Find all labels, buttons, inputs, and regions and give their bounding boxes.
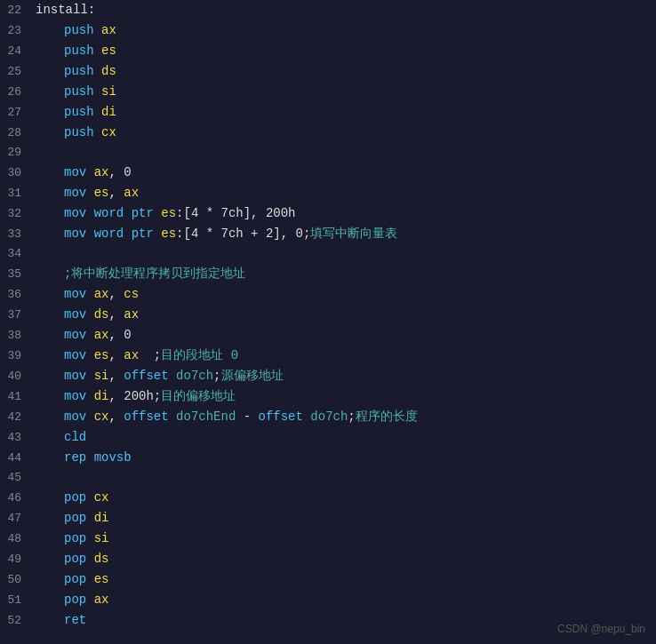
- watermark: CSDN @nepu_bin: [557, 623, 645, 635]
- code-content: mov es, ax ;目的段地址 0: [36, 346, 649, 365]
- line-number: 36: [0, 285, 36, 305]
- table-row: 41mov di, 200h;目的偏移地址: [0, 386, 656, 407]
- code-content: pop ax: [36, 590, 649, 609]
- line-number: 44: [0, 449, 36, 468]
- line-number: 50: [0, 570, 36, 590]
- code-content: mov cx, offset do7chEnd - offset do7ch;程…: [36, 407, 649, 426]
- table-row: 49pop ds: [0, 549, 656, 569]
- table-row: 25push ds: [0, 61, 656, 82]
- table-row: 48pop si: [0, 529, 656, 549]
- code-content: install:: [36, 0, 649, 20]
- table-row: 45: [0, 468, 656, 488]
- code-content: mov ax, 0: [36, 163, 649, 182]
- table-row: 22install:: [0, 0, 656, 20]
- line-number: 46: [0, 489, 36, 508]
- table-row: 32mov word ptr es:[4 * 7ch], 200h: [0, 203, 656, 224]
- table-row: 28push cx: [0, 123, 656, 143]
- line-number: 24: [0, 42, 36, 61]
- table-row: 44rep movsb: [0, 448, 656, 468]
- table-row: 24push es: [0, 41, 656, 61]
- line-number: 40: [0, 367, 36, 386]
- table-row: 35;将中断处理程序拷贝到指定地址: [0, 264, 656, 284]
- table-row: 51pop ax: [0, 590, 656, 610]
- line-number: 29: [0, 143, 36, 163]
- table-row: 38mov ax, 0: [0, 325, 656, 346]
- table-row: 37mov ds, ax: [0, 305, 656, 325]
- line-number: 31: [0, 184, 36, 203]
- table-row: 43cld: [0, 427, 656, 448]
- line-number: 27: [0, 103, 36, 123]
- code-content: pop si: [36, 529, 649, 548]
- table-row: 50pop es: [0, 569, 656, 590]
- line-number: 41: [0, 387, 36, 407]
- code-content: push ax: [36, 20, 649, 40]
- code-content: mov di, 200h;目的偏移地址: [36, 386, 649, 406]
- code-content: push si: [36, 82, 649, 101]
- table-row: 30mov ax, 0: [0, 163, 656, 183]
- code-content: mov es, ax: [36, 183, 649, 203]
- line-number: 35: [0, 265, 36, 284]
- line-number: 39: [0, 346, 36, 366]
- table-row: 31mov es, ax: [0, 183, 656, 203]
- code-content: push di: [36, 102, 649, 122]
- table-row: 33mov word ptr es:[4 * 7ch + 2], 0;填写中断向…: [0, 224, 656, 244]
- line-number: 22: [0, 1, 36, 20]
- table-row: 23push ax: [0, 20, 656, 41]
- line-number: 38: [0, 326, 36, 346]
- line-number: 37: [0, 306, 36, 325]
- code-content: mov ax, 0: [36, 325, 649, 345]
- table-row: 27push di: [0, 102, 656, 123]
- line-number: 26: [0, 83, 36, 102]
- code-content: push es: [36, 41, 649, 60]
- table-row: 40mov si, offset do7ch;源偏移地址: [0, 366, 656, 386]
- code-content: pop es: [36, 569, 649, 589]
- line-number: 28: [0, 123, 36, 143]
- code-content: cld: [36, 427, 649, 447]
- table-row: 26push si: [0, 82, 656, 102]
- code-content: mov ax, cs: [36, 284, 649, 304]
- line-number: 48: [0, 529, 36, 549]
- table-row: 36mov ax, cs: [0, 284, 656, 305]
- line-number: 43: [0, 428, 36, 448]
- line-number: 51: [0, 591, 36, 610]
- code-content: pop cx: [36, 488, 649, 507]
- code-content: pop di: [36, 508, 649, 528]
- line-number: 42: [0, 408, 36, 427]
- line-number: 47: [0, 509, 36, 529]
- code-content: mov word ptr es:[4 * 7ch], 200h: [36, 203, 649, 223]
- line-number: 25: [0, 62, 36, 82]
- code-content: ;将中断处理程序拷贝到指定地址: [36, 264, 649, 283]
- code-content: rep movsb: [36, 448, 649, 467]
- line-number: 52: [0, 611, 36, 631]
- table-row: 46pop cx: [0, 488, 656, 508]
- line-number: 30: [0, 163, 36, 183]
- code-content: push ds: [36, 61, 649, 81]
- line-number: 23: [0, 21, 36, 41]
- code-content: pop ds: [36, 549, 649, 568]
- line-number: 33: [0, 225, 36, 244]
- code-content: push cx: [36, 123, 649, 142]
- table-row: 39mov es, ax ;目的段地址 0: [0, 346, 656, 366]
- line-number: 32: [0, 204, 36, 224]
- line-number: 49: [0, 550, 36, 569]
- table-row: 42mov cx, offset do7chEnd - offset do7ch…: [0, 407, 656, 427]
- table-row: 47pop di: [0, 508, 656, 529]
- line-number: 45: [0, 468, 36, 488]
- code-content: mov si, offset do7ch;源偏移地址: [36, 366, 649, 386]
- table-row: 29: [0, 143, 656, 163]
- code-content: mov ds, ax: [36, 305, 649, 324]
- code-content: mov word ptr es:[4 * 7ch + 2], 0;填写中断向量表: [36, 224, 649, 243]
- code-editor: 22install:23push ax24push es25push ds26p…: [0, 0, 656, 644]
- table-row: 34: [0, 244, 656, 264]
- line-number: 34: [0, 244, 36, 264]
